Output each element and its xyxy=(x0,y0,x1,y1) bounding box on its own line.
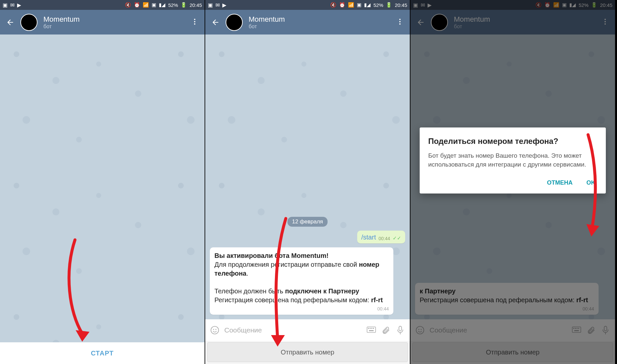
svg-rect-10 xyxy=(367,327,376,332)
emoji-icon[interactable] xyxy=(210,326,220,335)
gallery-icon: ▣ xyxy=(3,2,8,8)
keyboard-icon[interactable] xyxy=(366,327,376,334)
battery-icon: 🔋 xyxy=(386,2,392,8)
svg-point-1 xyxy=(194,21,195,22)
svg-point-9 xyxy=(215,329,216,330)
outgoing-text: /start xyxy=(361,234,376,241)
status-bar: ▣ ✉ ▶ 🔇 ⏰ 📶 ▣ ▮◢ 52% 🔋 20:45 xyxy=(0,0,205,10)
avatar[interactable] xyxy=(226,14,243,31)
read-check-icon: ✓✓ xyxy=(393,235,401,241)
battery-icon: 🔋 xyxy=(181,2,187,8)
wifi-icon: 📶 xyxy=(348,2,354,8)
sim-icon: ▣ xyxy=(152,2,156,8)
svg-rect-14 xyxy=(373,328,374,329)
alarm-icon: ⏰ xyxy=(339,2,345,8)
mute-icon: 🔇 xyxy=(125,2,131,8)
alarm-icon: ⏰ xyxy=(134,2,140,8)
screen-3: ▣ ✉ ▶ 🔇 ⏰ 📶 ▣ ▮◢ 52% 🔋 20:45 Momentum бо… xyxy=(410,0,616,364)
chat-body xyxy=(0,34,205,342)
incoming-message[interactable]: Вы активировали бота Momentum! Для продо… xyxy=(210,247,393,315)
dialog-body: Бот будет знать номер Вашего телефона. Э… xyxy=(428,151,597,169)
start-button-label: СТАРТ xyxy=(91,350,114,357)
kebab-menu-icon[interactable] xyxy=(191,18,199,27)
message-input[interactable]: Сообщение xyxy=(224,326,362,334)
send-number-button[interactable]: Отправить номер xyxy=(207,342,408,362)
battery-pct: 52% xyxy=(168,2,178,8)
start-button[interactable]: СТАРТ xyxy=(0,342,205,364)
kebab-menu-icon[interactable] xyxy=(396,18,404,27)
chat-subtitle: бот xyxy=(249,24,390,30)
outgoing-message[interactable]: /start 00:44 ✓✓ xyxy=(357,231,406,243)
svg-rect-13 xyxy=(371,328,372,329)
screen-1: ▣ ✉ ▶ 🔇 ⏰ 📶 ▣ ▮◢ 52% 🔋 20:45 Momentum бо… xyxy=(0,0,205,364)
wifi-icon: 📶 xyxy=(143,2,149,8)
svg-point-7 xyxy=(211,326,218,334)
mute-icon: 🔇 xyxy=(330,2,336,8)
avatar[interactable] xyxy=(20,14,37,31)
mail-icon: ✉ xyxy=(10,2,14,8)
status-bar: ▣ ✉ ▶ 🔇 ⏰ 📶 ▣ ▮◢ 52% 🔋 20:45 xyxy=(205,0,410,10)
incoming-time: 00:44 xyxy=(377,306,389,312)
svg-rect-16 xyxy=(399,326,402,331)
svg-point-8 xyxy=(213,329,214,330)
svg-point-0 xyxy=(194,19,195,20)
message-input-bar: Сообщение xyxy=(205,319,410,341)
clock: 20:45 xyxy=(189,2,202,8)
svg-point-6 xyxy=(399,23,401,25)
screen-2: ▣ ✉ ▶ 🔇 ⏰ 📶 ▣ ▮◢ 52% 🔋 20:45 Momentum бо… xyxy=(205,0,410,364)
share-phone-dialog: Поделиться номером телефона? Бот будет з… xyxy=(420,127,606,193)
mail-icon: ✉ xyxy=(215,2,220,8)
chat-subtitle: бот xyxy=(43,24,185,30)
battery-pct: 52% xyxy=(373,2,383,8)
send-number-label: Отправить номер xyxy=(281,349,334,356)
chat-title: Momentum xyxy=(249,15,390,24)
chat-title: Momentum xyxy=(43,15,185,24)
chat-body: 12 февраля /start 00:44 ✓✓ Вы активирова… xyxy=(205,34,410,319)
in-msg-bold-intro: Вы активировали бота Momentum! xyxy=(214,252,329,259)
svg-rect-11 xyxy=(368,328,369,329)
date-pill: 12 февраля xyxy=(287,217,328,227)
chat-header: Momentum бот xyxy=(0,10,205,34)
gallery-icon: ▣ xyxy=(208,2,213,8)
svg-point-4 xyxy=(399,19,401,20)
svg-point-2 xyxy=(194,23,195,25)
signal-icon: ▮◢ xyxy=(159,2,165,8)
attach-icon[interactable] xyxy=(381,326,391,334)
back-arrow-icon[interactable] xyxy=(211,18,220,27)
signal-icon: ▮◢ xyxy=(364,2,371,8)
mic-icon[interactable] xyxy=(395,326,405,335)
play-icon: ▶ xyxy=(17,2,21,8)
svg-rect-12 xyxy=(370,328,371,329)
outgoing-time: 00:44 xyxy=(379,236,390,241)
chat-header: Momentum бот xyxy=(205,10,410,34)
clock: 20:45 xyxy=(395,2,407,8)
dialog-title: Поделиться номером телефона? xyxy=(428,136,597,146)
back-arrow-icon[interactable] xyxy=(6,18,14,27)
svg-rect-15 xyxy=(369,330,374,331)
cancel-button[interactable]: ОТМЕНА xyxy=(545,177,575,189)
play-icon: ▶ xyxy=(222,2,226,8)
sim-icon: ▣ xyxy=(357,2,361,8)
svg-point-5 xyxy=(399,21,401,22)
ok-button[interactable]: OK xyxy=(584,177,597,189)
